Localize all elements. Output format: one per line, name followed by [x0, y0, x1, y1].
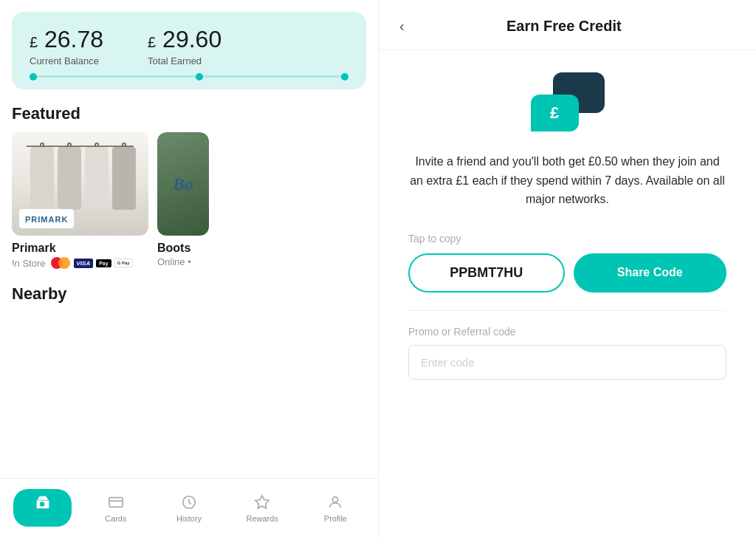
- share-code-button[interactable]: Share Code: [574, 253, 727, 293]
- nav-history[interactable]: History: [152, 493, 225, 523]
- boots-card[interactable]: Bo Boots Online •: [157, 132, 209, 270]
- primark-logo-text: PRIMARK: [25, 215, 68, 224]
- current-balance-item: £ 26.78 Current Balance: [30, 27, 103, 66]
- earn-credit-title: Earn Free Credit: [419, 18, 709, 35]
- profile-icon: [326, 493, 344, 511]
- right-panel: ‹ Earn Free Credit £ Invite a friend and…: [378, 0, 756, 537]
- bubble-front: £: [531, 95, 579, 131]
- rewards-label: Rewards: [247, 514, 278, 523]
- applepay-icon: Pay: [96, 259, 111, 267]
- mastercard-icon: [50, 256, 71, 270]
- profile-label: Profile: [324, 514, 347, 523]
- code-row: PPBMT7HU Share Code: [408, 253, 726, 293]
- primark-sub: In Store VISA Pay G Pay: [12, 256, 148, 270]
- bottom-nav: Retailers Cards History: [0, 478, 378, 537]
- primark-logo: PRIMARK: [19, 209, 74, 228]
- promo-label: Promo or Referral code: [408, 326, 516, 338]
- shirt-4: [112, 147, 136, 210]
- svg-marker-3: [255, 495, 269, 507]
- current-balance-label: Current Balance: [30, 55, 103, 66]
- featured-title: Featured: [12, 104, 366, 123]
- boots-name: Boots: [157, 242, 209, 255]
- shirts-rack: PRIMARK: [12, 132, 148, 236]
- shirt-3: [85, 147, 109, 210]
- progress-dot-end: [341, 73, 348, 81]
- promo-input[interactable]: [408, 345, 726, 380]
- cards-icon: [107, 493, 125, 511]
- bubble-pound-sign: £: [550, 103, 559, 123]
- total-earned-item: £ 29.60 Total Earned: [148, 27, 221, 66]
- featured-grid: PRIMARK Primark In Store VISA Pay G: [0, 132, 378, 270]
- payment-icons: VISA Pay G Pay: [50, 256, 133, 270]
- chat-bubbles-icon: £: [531, 72, 605, 131]
- progress-bar: [30, 75, 348, 78]
- cards-label: Cards: [105, 514, 126, 523]
- referral-code-box[interactable]: PPBMT7HU: [408, 253, 565, 293]
- history-label: History: [176, 514, 202, 523]
- nav-rewards[interactable]: Rewards: [226, 493, 299, 523]
- boots-image: Bo: [157, 132, 209, 236]
- balance-card: £ 26.78 Current Balance £ 29.60 Total Ea…: [12, 12, 366, 89]
- nav-cards[interactable]: Cards: [79, 493, 152, 523]
- visa-icon: VISA: [74, 259, 94, 268]
- current-balance-amount: £ 26.78: [30, 27, 103, 52]
- back-button[interactable]: ‹: [396, 15, 408, 38]
- mc-orange-circle: [58, 257, 70, 269]
- nearby-title: Nearby: [12, 284, 366, 304]
- primark-image: PRIMARK: [12, 132, 148, 236]
- total-earned-amount: £ 29.60: [148, 27, 221, 52]
- earn-content: £ Invite a friend and you'll both get £0…: [379, 50, 756, 537]
- invite-description: Invite a friend and you'll both get £0.5…: [408, 152, 726, 209]
- left-panel: £ 26.78 Current Balance £ 29.60 Total Ea…: [0, 0, 378, 537]
- nav-profile[interactable]: Profile: [299, 493, 372, 523]
- shirt-1: [30, 147, 54, 210]
- right-header: ‹ Earn Free Credit: [379, 0, 756, 50]
- tap-to-copy-label: Tap to copy: [408, 233, 461, 244]
- total-earned-label: Total Earned: [148, 55, 221, 66]
- boots-logo-partial: Bo: [173, 174, 193, 194]
- shirt-2: [58, 147, 81, 210]
- googlepay-icon: G Pay: [114, 259, 133, 267]
- primark-card[interactable]: PRIMARK Primark In Store VISA Pay G: [12, 132, 148, 270]
- progress-dot-mid: [196, 73, 203, 81]
- retailers-label: Retailers: [25, 513, 59, 522]
- section-divider: [408, 310, 726, 311]
- primark-location: In Store: [12, 258, 46, 269]
- history-icon: [180, 493, 198, 511]
- boots-bg: Bo: [157, 132, 209, 236]
- svg-point-4: [333, 496, 338, 502]
- rewards-icon: [253, 493, 271, 511]
- boots-sub: Online •: [157, 256, 209, 267]
- nav-retailers[interactable]: Retailers: [6, 489, 79, 527]
- svg-rect-0: [109, 497, 123, 507]
- primark-name: Primark: [12, 242, 148, 255]
- retailers-icon: [34, 493, 52, 511]
- progress-dot-start: [30, 73, 37, 81]
